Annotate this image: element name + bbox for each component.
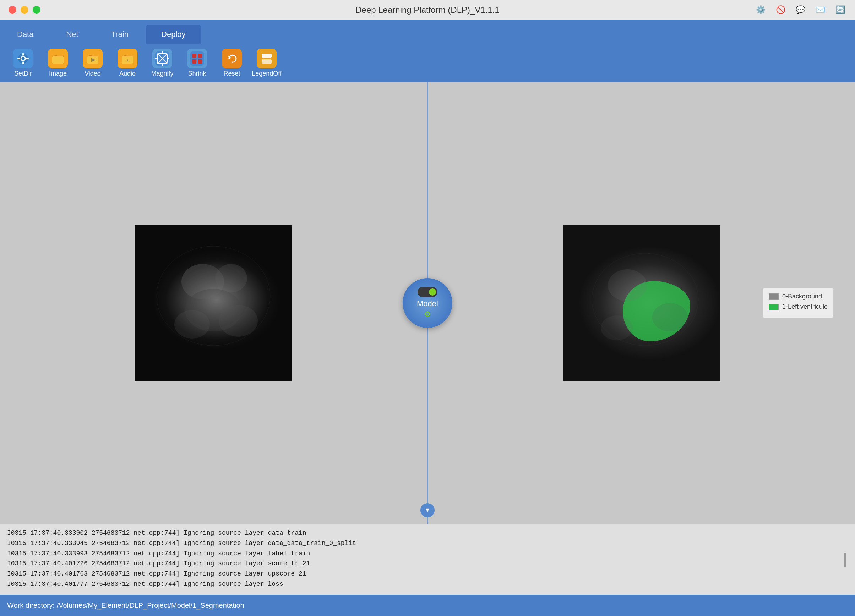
svg-rect-19 <box>190 52 204 66</box>
legend-color-bg <box>769 293 779 300</box>
shrink-icon <box>187 49 207 69</box>
settings-icon[interactable]: ⚙️ <box>754 3 767 16</box>
video-label: Video <box>84 70 101 77</box>
svg-rect-6 <box>52 57 64 64</box>
log-area[interactable]: I0315 17:37:40.333902 2754683712 net.cpp… <box>7 528 848 592</box>
reset-icon <box>222 49 242 69</box>
toolbar-audio[interactable]: ♪ Audio <box>112 46 144 79</box>
svg-point-35 <box>178 264 249 328</box>
log-line-4: I0315 17:37:40.401726 2754683712 net.cpp… <box>7 558 848 569</box>
reset-label: Reset <box>223 70 240 77</box>
close-button[interactable] <box>9 6 16 14</box>
svg-rect-22 <box>192 59 196 64</box>
minimize-button[interactable] <box>21 6 28 14</box>
scroll-indicator[interactable] <box>844 553 846 567</box>
model-label: Model <box>417 299 438 308</box>
tab-deploy[interactable]: Deploy <box>146 25 201 44</box>
status-bar: Work directory: /Volumes/My_Element/DLP_… <box>0 595 855 616</box>
svg-rect-2 <box>22 53 24 56</box>
audio-icon: ♪ <box>118 49 137 69</box>
app-title: Deep Learning Platform (DLP)_V1.1.1 <box>355 5 500 15</box>
toolbar: SetDir Image Video <box>0 44 855 83</box>
block-icon[interactable]: 🚫 <box>774 3 787 16</box>
tab-net[interactable]: Net <box>51 25 94 44</box>
log-line-1: I0315 17:37:40.333902 2754683712 net.cpp… <box>7 528 848 538</box>
toolbar-image[interactable]: Image <box>42 46 74 79</box>
model-gear-icon[interactable]: ⚙ <box>424 310 431 319</box>
output-image <box>564 225 720 381</box>
log-line-3: I0315 17:37:40.333993 2754683712 net.cpp… <box>7 549 848 559</box>
svg-rect-5 <box>26 58 29 59</box>
svg-point-39 <box>601 315 633 340</box>
toolbar-shrink[interactable]: Shrink <box>181 46 213 79</box>
legend-item-bg: 0-Background <box>769 293 827 300</box>
tab-bar: Data Net Train Deploy <box>0 20 855 44</box>
audio-label: Audio <box>119 70 136 77</box>
window-controls <box>9 6 40 14</box>
svg-rect-3 <box>22 61 24 64</box>
mail-icon[interactable]: ✉️ <box>814 3 827 16</box>
tab-train[interactable]: Train <box>95 25 144 44</box>
shrink-label: Shrink <box>188 70 206 77</box>
input-image <box>135 225 291 381</box>
legend-label-lv: 1-Left ventricule <box>782 303 827 310</box>
image-icon <box>48 49 68 69</box>
log-line-2: I0315 17:37:40.333945 2754683712 net.cpp… <box>7 538 848 549</box>
header-right-icons: ⚙️ 🚫 💬 ✉️ 🔄 <box>754 3 846 16</box>
model-toggle[interactable] <box>418 287 437 297</box>
toolbar-magnify[interactable]: Magnify <box>146 46 178 79</box>
legendoff-label: LegendOff <box>252 70 282 77</box>
toolbar-reset[interactable]: Reset <box>216 46 248 79</box>
log-line-6: I0315 17:37:40.401777 2754683712 net.cpp… <box>7 579 848 589</box>
toolbar-setdir[interactable]: SetDir <box>7 46 39 79</box>
video-icon <box>83 49 103 69</box>
tab-data[interactable]: Data <box>2 25 49 44</box>
svg-rect-21 <box>198 53 202 58</box>
svg-rect-28 <box>262 59 272 64</box>
toolbar-legendoff[interactable]: LegendOff <box>251 46 283 79</box>
right-panel: 0-Background 1-Left ventricule <box>428 83 855 524</box>
setdir-icon <box>13 49 33 69</box>
log-line-5: I0315 17:37:40.401763 2754683712 net.cpp… <box>7 569 848 579</box>
svg-point-38 <box>652 303 688 332</box>
maximize-button[interactable] <box>33 6 40 14</box>
svg-rect-20 <box>192 53 196 58</box>
legendoff-icon <box>257 49 277 69</box>
chat-icon[interactable]: 💬 <box>794 3 807 16</box>
status-text: Work directory: /Volumes/My_Element/DLP_… <box>7 601 244 610</box>
svg-text:♪: ♪ <box>126 58 129 63</box>
toolbar-video[interactable]: Video <box>77 46 109 79</box>
magnify-label: Magnify <box>151 70 173 77</box>
magnify-icon <box>152 49 172 69</box>
legend-item-lv: 1-Left ventricule <box>769 303 827 310</box>
svg-rect-27 <box>262 53 272 58</box>
legend: 0-Background 1-Left ventricule <box>763 288 834 318</box>
model-button[interactable]: Model ⚙ <box>403 278 452 328</box>
setdir-label: SetDir <box>14 70 32 77</box>
main-content: Model ⚙ ▼ 0-Background 1-Left ventr <box>0 83 855 524</box>
svg-point-24 <box>225 52 239 66</box>
refresh-icon[interactable]: 🔄 <box>834 3 846 16</box>
legend-color-lv <box>769 304 779 310</box>
svg-rect-23 <box>198 59 202 64</box>
left-panel <box>0 83 427 524</box>
svg-rect-4 <box>17 58 20 59</box>
image-label: Image <box>49 70 67 77</box>
toggle-knob <box>429 289 436 296</box>
legend-label-bg: 0-Background <box>782 293 822 300</box>
log-panel: I0315 17:37:40.333902 2754683712 net.cpp… <box>0 524 855 595</box>
svg-point-37 <box>608 269 647 301</box>
title-bar: Deep Learning Platform (DLP)_V1.1.1 ⚙️ 🚫… <box>0 0 855 20</box>
